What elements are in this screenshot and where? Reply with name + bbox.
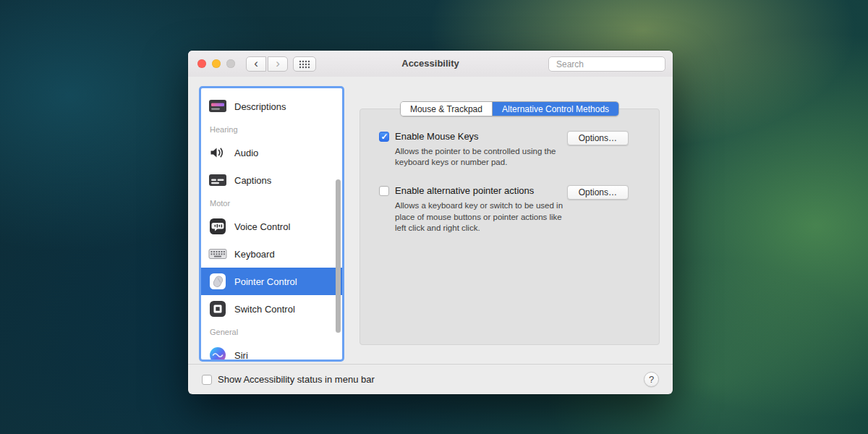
enable-alternative-pointer-actions-checkbox[interactable] <box>379 186 389 196</box>
siri-icon <box>208 346 227 359</box>
sidebar-scrollbar[interactable] <box>336 179 341 333</box>
alternative-pointer-actions-options-button[interactable]: Options… <box>567 185 629 200</box>
sidebar-item-switch-control[interactable]: Switch Control <box>201 295 342 323</box>
mouse-keys-row: Enable Mouse Keys Allows the pointer to … <box>379 131 629 168</box>
sidebar-item-captions[interactable]: Captions <box>201 166 342 194</box>
tab-alternative-control-methods[interactable]: Alternative Control Methods <box>493 102 618 116</box>
mouse-keys-description: Allows the pointer to be controlled usin… <box>395 146 567 168</box>
sidebar-item-label: Audio <box>234 148 258 158</box>
sidebar-item-label: Pointer Control <box>234 276 297 287</box>
tab-bar: Mouse & Trackpad Alternative Control Met… <box>359 101 660 116</box>
enable-alternative-pointer-actions-label[interactable]: Enable alternative pointer actions <box>395 185 567 196</box>
captions-icon <box>208 171 227 190</box>
pointer-control-icon <box>208 272 227 291</box>
sidebar-section-hearing: Hearing <box>201 120 342 139</box>
descriptions-icon <box>208 97 227 116</box>
question-mark-icon: ? <box>649 374 654 385</box>
accessibility-sidebar: Descriptions Hearing Audio <box>201 88 342 359</box>
enable-mouse-keys-checkbox[interactable] <box>379 132 389 142</box>
sidebar-section-general: General <box>201 323 342 341</box>
sidebar-item-pointer-control[interactable]: Pointer Control <box>201 268 342 295</box>
alternative-pointer-actions-row: Enable alternative pointer actions Allow… <box>379 185 629 234</box>
switch-control-icon <box>208 299 227 318</box>
sidebar-item-voice-control[interactable]: Voice Control <box>201 213 342 240</box>
sidebar-section-motor: Motor <box>201 194 342 213</box>
show-accessibility-status-checkbox[interactable] <box>202 375 212 385</box>
help-button[interactable]: ? <box>644 372 659 387</box>
keyboard-icon <box>208 244 227 263</box>
sidebar-item-keyboard[interactable]: Keyboard <box>201 240 342 268</box>
sidebar-item-label: Siri <box>234 350 248 360</box>
title-bar: ‹ › Accessibility <box>188 51 673 77</box>
show-accessibility-status-label[interactable]: Show Accessibility status in menu bar <box>218 374 375 385</box>
sidebar-item-label: Descriptions <box>234 101 286 112</box>
sidebar-item-label: Keyboard <box>234 249 275 260</box>
alternative-pointer-actions-description: Allows a keyboard key or switch to be us… <box>395 200 567 234</box>
sidebar-item-siri[interactable]: Siri <box>201 341 342 359</box>
enable-mouse-keys-label[interactable]: Enable Mouse Keys <box>395 131 567 142</box>
sidebar-item-descriptions[interactable]: Descriptions <box>201 93 342 120</box>
sidebar-item-label: Voice Control <box>234 221 290 232</box>
accessibility-preferences-window: ‹ › Accessibility <box>188 51 673 394</box>
window-footer: Show Accessibility status in menu bar ? <box>188 364 673 394</box>
sidebar-item-label: Switch Control <box>234 304 295 315</box>
search-input[interactable] <box>556 59 668 69</box>
alternative-control-methods-panel: Enable Mouse Keys Allows the pointer to … <box>359 109 660 345</box>
voice-control-icon <box>208 217 227 236</box>
tab-mouse-trackpad[interactable]: Mouse & Trackpad <box>401 102 493 116</box>
sidebar-item-label: Captions <box>234 175 271 186</box>
search-field[interactable] <box>548 56 665 72</box>
mouse-keys-options-button[interactable]: Options… <box>567 131 629 145</box>
sidebar-item-audio[interactable]: Audio <box>201 139 342 166</box>
audio-speaker-icon <box>208 143 227 162</box>
